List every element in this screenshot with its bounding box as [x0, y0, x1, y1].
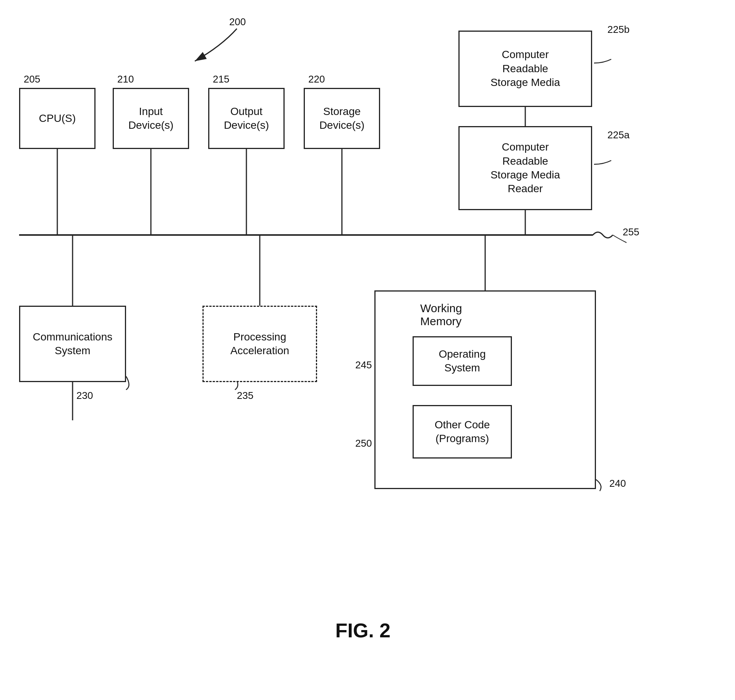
ref-235: 235: [237, 390, 253, 402]
box-crsm-reader: ComputerReadableStorage MediaReader: [458, 126, 592, 210]
label-200: 200: [229, 16, 246, 28]
box-crsm: ComputerReadableStorage Media: [458, 31, 592, 107]
box-cpu: CPU(S): [19, 88, 96, 149]
output-label: OutputDevice(s): [224, 105, 269, 133]
input-label: InputDevice(s): [128, 105, 173, 133]
fig-label: FIG. 2: [248, 619, 478, 642]
ref-230: 230: [76, 390, 93, 402]
storage-label: StorageDevice(s): [319, 105, 364, 133]
working-memory-title: WorkingMemory: [420, 302, 462, 328]
cpu-label: CPU(S): [39, 112, 76, 125]
ref-220: 220: [308, 73, 325, 85]
box-input: InputDevice(s): [113, 88, 189, 149]
other-code-label: Other Code(Programs): [435, 418, 490, 446]
ref-255: 255: [623, 226, 639, 238]
box-output: OutputDevice(s): [208, 88, 285, 149]
ref-225b: 225b: [607, 24, 630, 36]
os-label: OperatingSystem: [439, 347, 486, 375]
box-other-code: Other Code(Programs): [413, 405, 512, 459]
ref-225a: 225a: [607, 129, 630, 141]
box-comms: CommunicationsSystem: [19, 306, 126, 382]
comms-label: CommunicationsSystem: [33, 330, 113, 358]
ref-240: 240: [609, 478, 626, 489]
ref-205: 205: [24, 73, 40, 85]
box-working-memory: [374, 290, 596, 489]
ref-245: 245: [355, 359, 372, 371]
crsm-label: ComputerReadableStorage Media: [491, 48, 560, 89]
ref-250: 250: [355, 438, 372, 449]
ref-210: 210: [117, 73, 134, 85]
box-os: OperatingSystem: [413, 336, 512, 386]
diagram: 200 CPU(S) 205 InputDevice(s) 210 Output…: [0, 0, 735, 700]
ref-215: 215: [213, 73, 229, 85]
proc-accel-label: ProcessingAcceleration: [230, 330, 289, 358]
box-storage: StorageDevice(s): [304, 88, 380, 149]
box-proc-accel: ProcessingAcceleration: [202, 306, 317, 382]
crsm-reader-label: ComputerReadableStorage MediaReader: [491, 140, 560, 196]
